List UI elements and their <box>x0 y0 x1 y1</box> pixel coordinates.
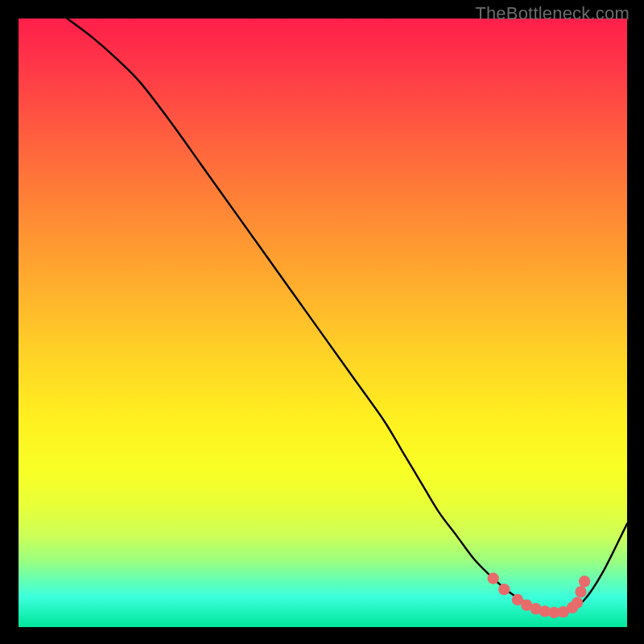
marker-dot <box>498 584 510 595</box>
marker-dot <box>575 586 586 597</box>
highlight-markers <box>487 572 590 618</box>
plot-area <box>19 19 627 627</box>
curve-svg <box>19 19 627 627</box>
watermark-text: TheBottleneck.com <box>475 3 630 24</box>
marker-dot <box>572 597 583 609</box>
marker-dot <box>579 576 590 587</box>
bottleneck-curve <box>67 19 627 613</box>
marker-dot <box>487 572 498 584</box>
